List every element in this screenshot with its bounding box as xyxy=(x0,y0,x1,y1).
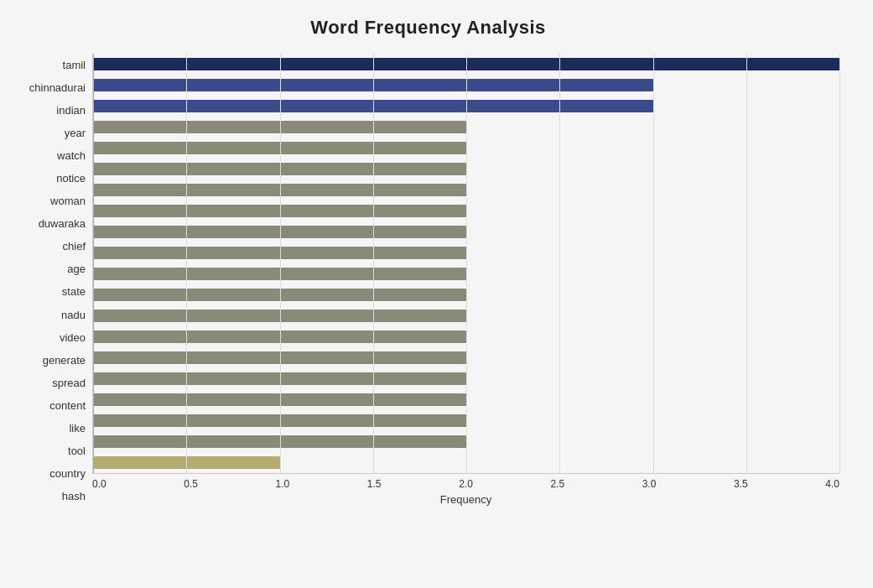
y-label: spread xyxy=(52,377,86,388)
y-label: state xyxy=(62,286,86,297)
grid-line xyxy=(280,54,281,473)
y-label: age xyxy=(67,263,86,274)
grid-line xyxy=(466,54,467,473)
chart-area: tamilchinnaduraiindianyearwatchnoticewom… xyxy=(17,54,839,507)
grid-line xyxy=(653,54,654,473)
y-label: tamil xyxy=(63,60,86,70)
x-tick: 0.5 xyxy=(184,478,198,490)
y-label: chief xyxy=(63,241,86,252)
grid-line xyxy=(839,54,840,473)
y-label: video xyxy=(60,332,86,343)
y-label: like xyxy=(69,423,86,434)
y-label: generate xyxy=(43,355,86,366)
y-label: woman xyxy=(50,195,86,206)
x-tick: 1.5 xyxy=(367,478,382,490)
grid-line xyxy=(373,54,374,473)
x-axis-label: Frequency xyxy=(92,493,839,506)
grid-line xyxy=(559,54,560,473)
x-tick: 2.5 xyxy=(550,478,564,490)
bars-and-xaxis: 0.00.51.01.52.02.53.03.54.0 Frequency xyxy=(92,54,839,507)
y-label: indian xyxy=(56,105,86,116)
y-label: content xyxy=(49,400,86,411)
x-ticks: 0.00.51.01.52.02.53.03.54.0 xyxy=(92,474,839,490)
y-label: hash xyxy=(62,491,86,502)
grid-line xyxy=(746,54,747,473)
y-label: chinnadurai xyxy=(29,82,86,93)
grid-line xyxy=(93,54,94,473)
x-tick: 1.0 xyxy=(276,478,290,490)
chart-title: Word Frequency Analysis xyxy=(17,17,839,39)
bars-area xyxy=(92,54,839,474)
y-label: country xyxy=(49,468,86,479)
y-label: notice xyxy=(56,173,86,184)
x-tick: 2.0 xyxy=(459,478,473,490)
y-axis: tamilchinnaduraiindianyearwatchnoticewom… xyxy=(17,54,92,507)
x-tick: 0.0 xyxy=(92,478,107,490)
x-axis: 0.00.51.01.52.02.53.03.54.0 Frequency xyxy=(92,474,839,507)
y-label: nadu xyxy=(61,310,86,320)
chart-container: Word Frequency Analysis tamilchinnadurai… xyxy=(0,0,873,588)
x-tick: 3.5 xyxy=(734,478,748,490)
x-tick: 3.0 xyxy=(642,478,657,490)
y-label: year xyxy=(65,127,86,138)
y-label: tool xyxy=(68,445,86,456)
grid-line xyxy=(186,54,187,473)
y-label: watch xyxy=(57,150,86,161)
y-label: duwaraka xyxy=(39,218,86,229)
x-tick: 4.0 xyxy=(825,478,839,490)
